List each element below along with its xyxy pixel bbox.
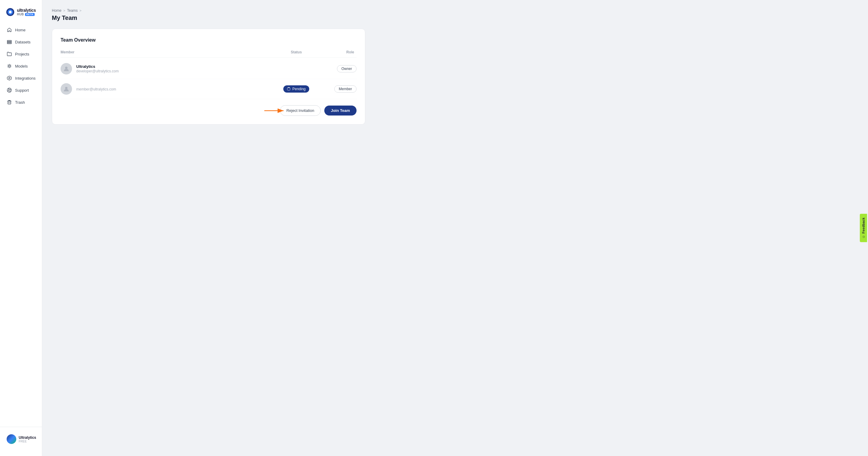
role-badge-1: Owner [337, 65, 356, 73]
trash-icon [7, 99, 12, 105]
sidebar-item-models[interactable]: Models [3, 60, 39, 72]
sidebar-bottom: Ultralytics FREE [0, 427, 42, 451]
card-title: Team Overview [61, 37, 356, 43]
sidebar-label-models: Models [15, 64, 28, 68]
svg-point-27 [65, 87, 67, 89]
projects-icon [7, 51, 12, 57]
team-table: Member Status Role Ultralytics developer [61, 50, 356, 99]
svg-line-11 [8, 64, 9, 65]
breadcrumb-home[interactable]: Home [52, 8, 61, 13]
logo: ultralytics HUB BETA [0, 5, 42, 24]
sidebar-item-projects[interactable]: Projects [3, 48, 39, 60]
breadcrumb-sep-1: > [63, 9, 65, 12]
member-avatar-1 [61, 63, 72, 75]
member-name-1: Ultralytics [76, 64, 119, 69]
svg-rect-5 [7, 43, 11, 44]
logo-name: ultralytics [17, 8, 36, 12]
support-icon [7, 87, 12, 93]
svg-point-18 [8, 89, 10, 91]
svg-rect-4 [7, 41, 11, 42]
action-row: Reject Invitation Join Team [61, 105, 356, 116]
main-content: Home > Teams > My Team Team Overview Mem… [42, 0, 868, 456]
role-badge-2: Member [334, 85, 356, 93]
arrow-icon [263, 106, 287, 115]
svg-point-16 [9, 78, 10, 79]
role-cell-1: Owner [320, 65, 356, 73]
logo-hub: HUB [17, 13, 24, 16]
breadcrumb-teams[interactable]: Teams [67, 8, 78, 13]
svg-point-2 [9, 11, 12, 13]
col-status: Status [272, 50, 320, 54]
table-row: Ultralytics developer@ultralytics.com Ow… [61, 59, 356, 79]
sidebar-item-home[interactable]: Home [3, 24, 39, 36]
col-role: Role [320, 50, 356, 54]
join-team-button[interactable]: Join Team [324, 106, 356, 115]
member-avatar-2 [61, 83, 72, 95]
sidebar-nav: Home Datasets Projects [0, 24, 42, 427]
beta-badge: BETA [25, 13, 34, 16]
svg-point-17 [7, 88, 11, 92]
feedback-icon: ☺ [862, 235, 865, 238]
svg-rect-3 [7, 40, 11, 41]
datasets-icon [7, 39, 12, 45]
svg-rect-23 [8, 101, 11, 104]
feedback-tab[interactable]: ☺ Feedback [860, 214, 867, 242]
status-badge-pending: Pending [283, 85, 309, 93]
table-row: member@ultralytics.com Pending Member [61, 79, 356, 99]
svg-point-6 [8, 65, 10, 67]
models-icon [7, 63, 12, 69]
sidebar-item-integrations[interactable]: Integrations [3, 73, 39, 84]
home-icon [7, 27, 12, 33]
arrow-annotation [263, 106, 287, 115]
role-cell-2: Member [320, 85, 356, 93]
spinner-icon [287, 87, 290, 91]
breadcrumb: Home > Teams > [52, 8, 858, 13]
avatar [7, 434, 16, 444]
user-plan: FREE [19, 440, 36, 443]
sidebar: ultralytics HUB BETA Home [0, 0, 42, 456]
status-cell-2: Pending [272, 85, 320, 93]
member-email-2: member@ultralytics.com [76, 87, 116, 91]
sidebar-label-support: Support [15, 88, 29, 93]
sidebar-item-support[interactable]: Support [3, 84, 39, 96]
svg-line-14 [8, 67, 9, 68]
user-name: Ultralytics [19, 435, 36, 440]
member-email-1: developer@ultralytics.com [76, 69, 119, 73]
sidebar-item-datasets[interactable]: Datasets [3, 36, 39, 48]
user-info[interactable]: Ultralytics FREE [3, 432, 39, 446]
breadcrumb-sep-2: > [80, 9, 82, 12]
member-cell-1: Ultralytics developer@ultralytics.com [61, 63, 272, 75]
svg-point-26 [65, 67, 67, 69]
sidebar-label-projects: Projects [15, 52, 29, 56]
sidebar-label-integrations: Integrations [15, 76, 36, 81]
integrations-icon [7, 76, 12, 81]
svg-line-12 [10, 67, 11, 68]
sidebar-label-datasets: Datasets [15, 40, 30, 44]
table-header: Member Status Role [61, 50, 356, 58]
sidebar-label-trash: Trash [15, 100, 25, 105]
svg-line-13 [10, 64, 11, 65]
sidebar-label-home: Home [15, 28, 26, 32]
member-cell-2: member@ultralytics.com [61, 83, 272, 95]
logo-icon [6, 7, 14, 17]
col-member: Member [61, 50, 272, 54]
feedback-label: Feedback [862, 218, 865, 233]
sidebar-item-trash[interactable]: Trash [3, 96, 39, 108]
page-title: My Team [52, 15, 858, 21]
pending-label: Pending [292, 87, 306, 91]
team-card: Team Overview Member Status Role [52, 29, 365, 124]
svg-marker-15 [7, 76, 11, 80]
